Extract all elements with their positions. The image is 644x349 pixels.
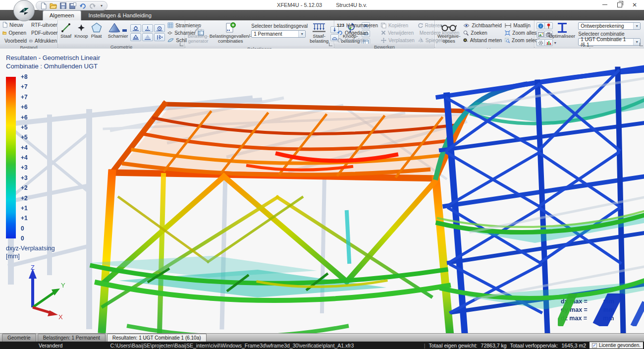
bottom-tab-belastingen[interactable]: Belastingen: 1 Permanent [38,334,106,342]
app-logo-button[interactable] [13,0,35,21]
axis-x-label: X [58,313,63,319]
measure-icon [463,38,468,43]
max-displacement-annotations: dx max =mm dy max =mm dz max =mm [561,297,614,323]
settings-button[interactable] [537,39,545,46]
staafbelasting-button[interactable]: Staaf-belasting [309,21,329,46]
divider: | [424,343,426,349]
viewport-3d-scene[interactable] [0,49,644,333]
image-icon [538,32,544,37]
group-belastingen: Belasting-generator Belastingsgevallen/-… [185,20,334,48]
support-fixed2-button[interactable] [142,33,153,41]
dimension-icon [505,23,511,28]
belastingsgeval-dropdown[interactable]: 1 Permanent▼ [251,30,306,38]
app-title: XFEM4U - 5.12.03 [277,2,322,8]
knoop-button[interactable]: Knoop [73,21,89,44]
rtf-uitvoer-button[interactable]: WRTF-uitvoer [28,21,58,28]
kopieren-button[interactable]: Kopiëren [380,22,416,29]
fixed-support2-icon [144,35,152,40]
zichtbaarheid-button[interactable]: Zichtbaarheid [462,22,503,29]
verplaatsen-button[interactable]: Verplaatsen [380,37,416,44]
combinatie-dropdown[interactable]: 1 UGT Combinatie 1 (6.1...▼ [578,38,641,46]
ribbon-tab-strip: Algemeen Instellingen & Handleiding [0,10,644,20]
qat-more-button[interactable]: ▾ [101,3,103,8]
result-line2: Combinatie : Omhullenden UGT [6,62,100,70]
support-fixed-button[interactable] [130,33,141,41]
hernummeren-button[interactable]: 123Hernummeren [336,22,379,29]
chevron-down-icon: ▼ [298,31,305,37]
xfem4u-window: XFEM4U - 5.12.03 Struct4U b.v. ✕ ▾ Algem… [0,0,644,349]
mirror-icon [418,38,424,43]
visibility-icon [463,23,470,28]
axis-z-label: Z [31,264,35,271]
afdrukken-button[interactable]: Afdrukken [28,37,58,44]
tab-instellingen[interactable]: Instellingen & Handleiding [82,11,158,20]
ibeam-icon [556,22,569,34]
load-wizard-icon [193,23,204,33]
zoom-selection-icon [505,38,510,43]
bottom-tab-geometrie[interactable]: Geometrie [2,334,36,342]
new-button[interactable] [41,2,47,9]
info-icon: i [538,23,543,29]
support-pinned-button[interactable] [142,24,153,32]
restore-icon [617,2,622,7]
blue-lattice [436,67,644,333]
nieuw-button[interactable]: Nieuw [1,21,27,28]
close-button[interactable]: ✕ [627,0,642,9]
belastingsgevallen-button[interactable]: Belastingsgevallen/-combinaties [211,21,250,46]
move-icon [381,38,386,43]
weergave-opties-button[interactable]: Weergave-opties [436,21,461,47]
undo-button[interactable] [79,2,86,9]
group-bewerken: 123Hernummeren Ongedaan Herhalen Kopiëre… [334,20,435,48]
geometrie-dialog-launcher[interactable] [180,43,183,46]
group-resultaten: i Optimaliseer Ontwerpberekening▼ Select… [535,20,644,48]
save-icon [60,2,66,9]
axis-y-label: Y [61,282,65,289]
support-spring-button[interactable] [154,33,165,41]
color-legend: +8 +7 +7 +6 +6 +5 +5 +4 +4 +3 +3 +2 +2 +… [6,77,16,238]
belastingen-dialog-launcher[interactable] [329,43,332,46]
license-checkbox[interactable]: ✓ [592,343,597,348]
window-controls: ✕ [597,0,642,9]
tab-algemeen[interactable]: Algemeen [43,10,81,20]
zoeken-button[interactable]: Zoeken [462,29,503,36]
bottom-tab-resultaten[interactable]: Resultaten: 1 UGT Combinatie 1 (6.10a) [107,334,207,342]
support-rotation-button[interactable] [154,24,165,32]
staaf-button[interactable]: Staaf [59,21,72,44]
verwijderen-button[interactable]: Verwijderen [380,29,416,36]
restore-button[interactable] [612,0,627,9]
save-button[interactable] [60,2,66,9]
berekening-dropdown[interactable]: Ontwerpberekening▼ [578,22,641,30]
info-button[interactable]: i [537,22,545,29]
gear-icon [538,40,543,46]
company-name: Struct4U b.v. [336,2,367,8]
deck-structure [112,104,467,178]
legend-color-bar [6,77,16,238]
open-button[interactable] [50,2,57,9]
optimaliseer-button[interactable]: Optimaliseer [547,21,577,47]
support-roller-button[interactable] [130,24,141,32]
scharnier-button[interactable]: Scharnier [107,21,129,44]
image-export-button[interactable] [537,31,545,38]
group-geometrie: Staaf Knoop Plaat Scharnier [58,20,185,48]
renumber-icon: 123 [337,23,344,28]
plaat-button[interactable]: Plaat [90,21,103,44]
herhalen-button[interactable]: Herhalen [336,37,379,44]
chevron-down-icon: ▼ [633,23,640,29]
group-beeld: Weergave-opties Zichtbaarheid Zoeken Afs… [435,20,535,48]
belasting-generator-button[interactable]: Belasting-generator [187,21,210,46]
node-icon [77,23,86,32]
pdf-uitvoer-button[interactable]: APDF-uitvoer [28,29,58,36]
save-as-button[interactable] [69,2,76,9]
afstand-meten-button[interactable]: Afstand meten [462,37,503,44]
voorbeeld-button[interactable]: Voorbeeld [1,37,27,44]
viewport-3d[interactable]: Resultaten - Geometrisch Lineair Combina… [0,49,644,333]
ongedaan-button[interactable]: Ongedaan [336,29,379,36]
open-folder-icon [2,30,6,36]
mid-floor [89,256,448,333]
redo-button[interactable] [89,2,96,9]
total-weight-value: 72863,7 kg [481,343,507,349]
openen-button[interactable]: Openen [1,29,27,36]
resultaten-dialog-launcher[interactable] [640,43,643,46]
minimize-button[interactable] [597,0,612,9]
redo-icon [337,38,343,43]
